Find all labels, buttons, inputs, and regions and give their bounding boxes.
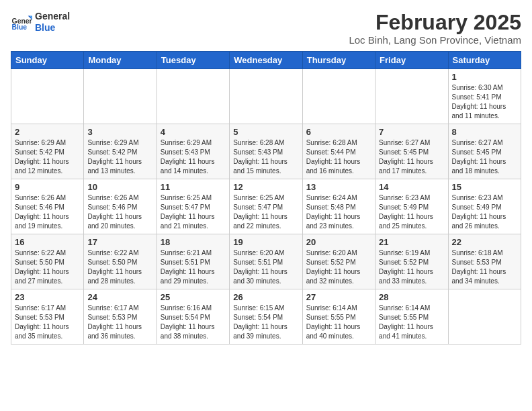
page-title: February 2025	[349, 11, 521, 34]
day-number: 4	[161, 127, 226, 137]
calendar-cell: 3Sunrise: 6:29 AM Sunset: 5:42 PM Daylig…	[84, 124, 157, 179]
day-number: 26	[233, 292, 298, 302]
logo-icon: General Blue	[11, 11, 32, 33]
day-info: Sunrise: 6:20 AM Sunset: 5:52 PM Dayligh…	[306, 248, 371, 286]
calendar-cell: 20Sunrise: 6:20 AM Sunset: 5:52 PM Dayli…	[302, 234, 375, 289]
week-row-2: 2Sunrise: 6:29 AM Sunset: 5:42 PM Daylig…	[11, 124, 521, 179]
calendar-cell: 5Sunrise: 6:28 AM Sunset: 5:43 PM Daylig…	[230, 124, 302, 179]
day-info: Sunrise: 6:27 AM Sunset: 5:45 PM Dayligh…	[379, 138, 444, 176]
logo: General Blue GeneralBlue	[11, 11, 70, 34]
day-number: 22	[452, 237, 517, 247]
day-number: 28	[379, 292, 444, 302]
day-number: 17	[87, 237, 152, 247]
day-number: 11	[161, 182, 226, 192]
week-row-3: 9Sunrise: 6:26 AM Sunset: 5:46 PM Daylig…	[11, 179, 521, 234]
day-number: 12	[233, 182, 298, 192]
calendar-header-row: SundayMondayTuesdayWednesdayThursdayFrid…	[11, 52, 521, 69]
week-row-1: 1Sunrise: 6:30 AM Sunset: 5:41 PM Daylig…	[11, 69, 521, 124]
day-info: Sunrise: 6:23 AM Sunset: 5:49 PM Dayligh…	[452, 193, 517, 231]
calendar-cell: 16Sunrise: 6:22 AM Sunset: 5:50 PM Dayli…	[11, 234, 84, 289]
page-subtitle: Loc Binh, Lang Son Province, Vietnam	[349, 34, 521, 46]
calendar-cell: 18Sunrise: 6:21 AM Sunset: 5:51 PM Dayli…	[157, 234, 229, 289]
day-info: Sunrise: 6:24 AM Sunset: 5:48 PM Dayligh…	[306, 193, 371, 231]
header-wednesday: Wednesday	[230, 52, 302, 69]
day-info: Sunrise: 6:23 AM Sunset: 5:49 PM Dayligh…	[379, 193, 444, 231]
calendar-table: SundayMondayTuesdayWednesdayThursdayFrid…	[11, 51, 521, 345]
day-info: Sunrise: 6:19 AM Sunset: 5:52 PM Dayligh…	[379, 248, 444, 286]
day-number: 27	[306, 292, 371, 302]
calendar-cell: 9Sunrise: 6:26 AM Sunset: 5:46 PM Daylig…	[11, 179, 84, 234]
calendar-cell: 23Sunrise: 6:17 AM Sunset: 5:53 PM Dayli…	[11, 289, 84, 345]
calendar-cell: 25Sunrise: 6:16 AM Sunset: 5:54 PM Dayli…	[157, 289, 229, 345]
header-thursday: Thursday	[302, 52, 375, 69]
header-saturday: Saturday	[448, 52, 521, 69]
day-number: 15	[452, 182, 517, 192]
day-info: Sunrise: 6:14 AM Sunset: 5:55 PM Dayligh…	[306, 304, 371, 341]
day-number: 10	[87, 182, 152, 192]
day-number: 21	[379, 237, 444, 247]
calendar-cell: 28Sunrise: 6:14 AM Sunset: 5:55 PM Dayli…	[375, 289, 448, 345]
day-info: Sunrise: 6:14 AM Sunset: 5:55 PM Dayligh…	[379, 304, 444, 341]
day-info: Sunrise: 6:29 AM Sunset: 5:42 PM Dayligh…	[15, 138, 80, 176]
day-info: Sunrise: 6:30 AM Sunset: 5:41 PM Dayligh…	[452, 83, 517, 121]
calendar-cell: 7Sunrise: 6:27 AM Sunset: 5:45 PM Daylig…	[375, 124, 448, 179]
calendar-cell	[448, 289, 521, 345]
week-row-5: 23Sunrise: 6:17 AM Sunset: 5:53 PM Dayli…	[11, 289, 521, 345]
calendar-cell: 14Sunrise: 6:23 AM Sunset: 5:49 PM Dayli…	[375, 179, 448, 234]
day-info: Sunrise: 6:18 AM Sunset: 5:53 PM Dayligh…	[452, 248, 517, 286]
day-info: Sunrise: 6:20 AM Sunset: 5:51 PM Dayligh…	[233, 248, 298, 286]
calendar-cell: 1Sunrise: 6:30 AM Sunset: 5:41 PM Daylig…	[448, 69, 521, 124]
calendar-cell: 22Sunrise: 6:18 AM Sunset: 5:53 PM Dayli…	[448, 234, 521, 289]
day-info: Sunrise: 6:25 AM Sunset: 5:47 PM Dayligh…	[161, 193, 226, 231]
day-info: Sunrise: 6:27 AM Sunset: 5:45 PM Dayligh…	[452, 138, 517, 176]
day-info: Sunrise: 6:22 AM Sunset: 5:50 PM Dayligh…	[15, 248, 80, 286]
day-info: Sunrise: 6:17 AM Sunset: 5:53 PM Dayligh…	[87, 304, 152, 341]
day-info: Sunrise: 6:21 AM Sunset: 5:51 PM Dayligh…	[161, 248, 226, 286]
day-info: Sunrise: 6:29 AM Sunset: 5:42 PM Dayligh…	[87, 138, 152, 176]
day-number: 18	[161, 237, 226, 247]
day-info: Sunrise: 6:28 AM Sunset: 5:44 PM Dayligh…	[306, 138, 371, 176]
day-number: 9	[15, 182, 80, 192]
header-friday: Friday	[375, 52, 448, 69]
calendar-cell	[230, 69, 302, 124]
logo-general: General	[35, 11, 70, 22]
day-number: 2	[15, 127, 80, 137]
day-info: Sunrise: 6:22 AM Sunset: 5:50 PM Dayligh…	[87, 248, 152, 286]
day-number: 13	[306, 182, 371, 192]
calendar-cell: 4Sunrise: 6:29 AM Sunset: 5:43 PM Daylig…	[157, 124, 229, 179]
day-number: 8	[452, 127, 517, 137]
svg-text:Blue: Blue	[12, 24, 28, 31]
day-number: 20	[306, 237, 371, 247]
calendar-cell: 21Sunrise: 6:19 AM Sunset: 5:52 PM Dayli…	[375, 234, 448, 289]
calendar-cell: 6Sunrise: 6:28 AM Sunset: 5:44 PM Daylig…	[302, 124, 375, 179]
calendar-cell: 26Sunrise: 6:15 AM Sunset: 5:54 PM Dayli…	[230, 289, 302, 345]
title-area: February 2025 Loc Binh, Lang Son Provinc…	[349, 11, 521, 46]
calendar-cell: 19Sunrise: 6:20 AM Sunset: 5:51 PM Dayli…	[230, 234, 302, 289]
header-monday: Monday	[84, 52, 157, 69]
calendar-cell: 13Sunrise: 6:24 AM Sunset: 5:48 PM Dayli…	[302, 179, 375, 234]
page-header: General Blue GeneralBlue February 2025 L…	[11, 11, 521, 46]
calendar-cell	[375, 69, 448, 124]
day-info: Sunrise: 6:26 AM Sunset: 5:46 PM Dayligh…	[87, 193, 152, 231]
calendar-cell: 10Sunrise: 6:26 AM Sunset: 5:46 PM Dayli…	[84, 179, 157, 234]
day-number: 5	[233, 127, 298, 137]
header-tuesday: Tuesday	[157, 52, 229, 69]
calendar-cell	[157, 69, 229, 124]
day-number: 6	[306, 127, 371, 137]
day-number: 23	[15, 292, 80, 302]
calendar-cell: 27Sunrise: 6:14 AM Sunset: 5:55 PM Dayli…	[302, 289, 375, 345]
day-number: 7	[379, 127, 444, 137]
calendar-cell: 11Sunrise: 6:25 AM Sunset: 5:47 PM Dayli…	[157, 179, 229, 234]
day-info: Sunrise: 6:28 AM Sunset: 5:43 PM Dayligh…	[233, 138, 298, 176]
day-number: 1	[452, 72, 517, 82]
calendar-cell: 2Sunrise: 6:29 AM Sunset: 5:42 PM Daylig…	[11, 124, 84, 179]
day-info: Sunrise: 6:25 AM Sunset: 5:47 PM Dayligh…	[233, 193, 298, 231]
day-info: Sunrise: 6:15 AM Sunset: 5:54 PM Dayligh…	[233, 304, 298, 341]
day-number: 16	[15, 237, 80, 247]
calendar-cell: 8Sunrise: 6:27 AM Sunset: 5:45 PM Daylig…	[448, 124, 521, 179]
day-number: 14	[379, 182, 444, 192]
logo-text: GeneralBlue	[35, 11, 70, 34]
day-number: 25	[161, 292, 226, 302]
day-number: 19	[233, 237, 298, 247]
calendar-cell	[11, 69, 84, 124]
